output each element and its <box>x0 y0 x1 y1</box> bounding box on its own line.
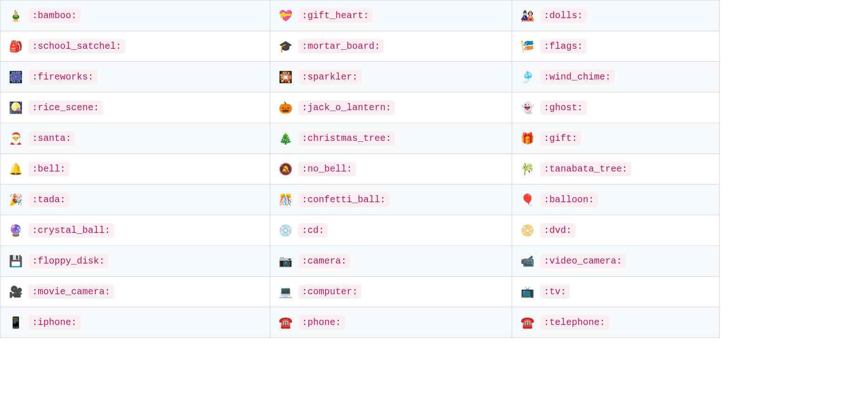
iphone-icon: 📱 <box>9 317 22 328</box>
emoji-cell-dolls: 🎎:dolls: <box>512 0 720 31</box>
shortcode-computer[interactable]: :computer: <box>298 284 361 299</box>
emoji-cell-no-bell: 🔕:no_bell: <box>270 154 512 185</box>
emoji-cell-floppy-disk: 💾:floppy_disk: <box>0 246 270 277</box>
shortcode-iphone[interactable]: :iphone: <box>28 315 80 330</box>
shortcode-tv[interactable]: :tv: <box>540 284 570 299</box>
shortcode-balloon[interactable]: :balloon: <box>540 192 598 207</box>
shortcode-confetti-ball[interactable]: :confetti_ball: <box>298 192 389 207</box>
table-row: 📱:iphone:☎️:phone:☎️:telephone: <box>0 307 720 338</box>
shortcode-jack-o-lantern[interactable]: :jack_o_lantern: <box>298 100 395 115</box>
shortcode-bamboo[interactable]: :bamboo: <box>28 8 80 23</box>
shortcode-dolls[interactable]: :dolls: <box>540 8 587 23</box>
emoji-cell-phone: ☎️:phone: <box>270 307 512 338</box>
dolls-icon: 🎎 <box>521 10 534 21</box>
fireworks-icon: 🎆 <box>9 72 22 83</box>
emoji-cell-balloon: 🎈:balloon: <box>512 185 720 215</box>
phone-icon: ☎️ <box>279 317 292 328</box>
santa-icon: 🎅 <box>9 133 22 144</box>
table-row: 💾:floppy_disk:📷:camera:📹:video_camera: <box>0 246 720 277</box>
table-row: 🔔:bell:🔕:no_bell:🎋:tanabata_tree: <box>0 154 720 185</box>
shortcode-gift[interactable]: :gift: <box>540 131 581 145</box>
emoji-cell-gift-heart: 💝:gift_heart: <box>270 0 512 31</box>
shortcode-santa[interactable]: :santa: <box>28 131 75 145</box>
shortcode-fireworks[interactable]: :fireworks: <box>28 70 97 84</box>
shortcode-gift-heart[interactable]: :gift_heart: <box>298 8 373 23</box>
shortcode-christmas-tree[interactable]: :christmas_tree: <box>298 131 395 145</box>
wind-chime-icon: 🎐 <box>521 72 534 83</box>
flags-icon: 🎏 <box>521 41 534 52</box>
emoji-cell-fireworks: 🎆:fireworks: <box>0 62 270 92</box>
emoji-table-body: 🎍:bamboo:💝:gift_heart:🎎:dolls:🎒:school_s… <box>0 0 720 338</box>
emoji-cell-tv: 📺:tv: <box>512 277 720 307</box>
shortcode-tada[interactable]: :tada: <box>28 192 69 207</box>
shortcode-flags[interactable]: :flags: <box>540 39 587 53</box>
emoji-cell-computer: 💻:computer: <box>270 277 512 307</box>
tanabata-tree-icon: 🎋 <box>521 164 534 175</box>
emoji-cell-gift: 🎁:gift: <box>512 123 720 154</box>
emoji-cell-tanabata-tree: 🎋:tanabata_tree: <box>512 154 720 185</box>
shortcode-tanabata-tree[interactable]: :tanabata_tree: <box>540 162 631 176</box>
table-row: 🎥:movie_camera:💻:computer:📺:tv: <box>0 277 720 307</box>
table-row: 🎍:bamboo:💝:gift_heart:🎎:dolls: <box>0 0 720 31</box>
tv-icon: 📺 <box>521 286 534 297</box>
emoji-cell-bell: 🔔:bell: <box>0 154 270 185</box>
shortcode-video-camera[interactable]: :video_camera: <box>540 254 626 268</box>
emoji-cell-movie-camera: 🎥:movie_camera: <box>0 277 270 307</box>
emoji-cell-sparkler: 🎇:sparkler: <box>270 62 512 92</box>
table-row: 🎒:school_satchel:🎓:mortar_board:🎏:flags: <box>0 31 720 62</box>
bamboo-icon: 🎍 <box>9 10 22 21</box>
shortcode-school-satchel[interactable]: :school_satchel: <box>28 39 125 53</box>
emoji-cell-tada: 🎉:tada: <box>0 185 270 215</box>
emoji-cell-wind-chime: 🎐:wind_chime: <box>512 62 720 92</box>
table-row: 🎑:rice_scene:🎃:jack_o_lantern:👻:ghost: <box>0 92 720 123</box>
camera-icon: 📷 <box>279 256 292 267</box>
emoji-cell-bamboo: 🎍:bamboo: <box>0 0 270 31</box>
emoji-cell-iphone: 📱:iphone: <box>0 307 270 338</box>
video-camera-icon: 📹 <box>521 256 534 267</box>
shortcode-rice-scene[interactable]: :rice_scene: <box>28 100 103 115</box>
shortcode-mortar-board[interactable]: :mortar_board: <box>298 39 384 53</box>
emoji-cell-ghost: 👻:ghost: <box>512 92 720 123</box>
floppy-disk-icon: 💾 <box>9 256 22 267</box>
crystal-ball-icon: 🔮 <box>9 225 22 236</box>
dvd-icon: 📀 <box>521 225 534 236</box>
confetti-ball-icon: 🎊 <box>279 194 292 205</box>
table-row: 🔮:crystal_ball:💿:cd:📀:dvd: <box>0 215 720 246</box>
computer-icon: 💻 <box>279 286 292 297</box>
table-row: 🎉:tada:🎊:confetti_ball:🎈:balloon: <box>0 185 720 215</box>
shortcode-sparkler[interactable]: :sparkler: <box>298 70 361 84</box>
shortcode-ghost[interactable]: :ghost: <box>540 100 587 115</box>
emoji-shortcode-table: 🎍:bamboo:💝:gift_heart:🎎:dolls:🎒:school_s… <box>0 0 720 338</box>
shortcode-cd[interactable]: :cd: <box>298 223 328 238</box>
shortcode-movie-camera[interactable]: :movie_camera: <box>28 284 114 299</box>
tada-icon: 🎉 <box>9 194 22 205</box>
emoji-cell-camera: 📷:camera: <box>270 246 512 277</box>
shortcode-phone[interactable]: :phone: <box>298 315 345 330</box>
emoji-cell-rice-scene: 🎑:rice_scene: <box>0 92 270 123</box>
table-row: 🎅:santa:🎄:christmas_tree:🎁:gift: <box>0 123 720 154</box>
shortcode-dvd[interactable]: :dvd: <box>540 223 575 238</box>
shortcode-wind-chime[interactable]: :wind_chime: <box>540 70 614 84</box>
emoji-cell-dvd: 📀:dvd: <box>512 215 720 246</box>
shortcode-floppy-disk[interactable]: :floppy_disk: <box>28 254 108 268</box>
emoji-cell-jack-o-lantern: 🎃:jack_o_lantern: <box>270 92 512 123</box>
gift-heart-icon: 💝 <box>279 10 292 21</box>
ghost-icon: 👻 <box>521 102 534 113</box>
emoji-cell-telephone: ☎️:telephone: <box>512 307 720 338</box>
shortcode-bell[interactable]: :bell: <box>28 162 69 176</box>
gift-icon: 🎁 <box>521 133 534 144</box>
shortcode-camera[interactable]: :camera: <box>298 254 350 268</box>
balloon-icon: 🎈 <box>521 194 534 205</box>
telephone-icon: ☎️ <box>521 317 534 328</box>
shortcode-telephone[interactable]: :telephone: <box>540 315 609 330</box>
mortar-board-icon: 🎓 <box>279 41 292 52</box>
shortcode-no-bell[interactable]: :no_bell: <box>298 162 356 176</box>
shortcode-crystal-ball[interactable]: :crystal_ball: <box>28 223 114 238</box>
sparkler-icon: 🎇 <box>279 72 292 83</box>
table-row: 🎆:fireworks:🎇:sparkler:🎐:wind_chime: <box>0 62 720 92</box>
emoji-cell-confetti-ball: 🎊:confetti_ball: <box>270 185 512 215</box>
emoji-cell-cd: 💿:cd: <box>270 215 512 246</box>
cd-icon: 💿 <box>279 225 292 236</box>
emoji-cell-mortar-board: 🎓:mortar_board: <box>270 31 512 62</box>
bell-icon: 🔔 <box>9 164 22 175</box>
